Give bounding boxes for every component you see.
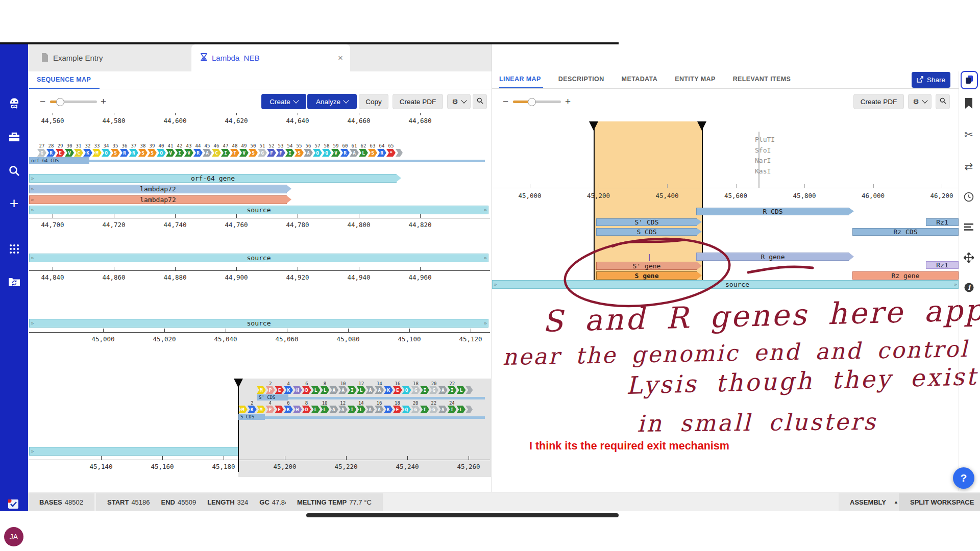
help-button[interactable]: ? bbox=[953, 467, 974, 489]
bases-status: BASES48502 bbox=[28, 493, 94, 511]
history-clock-icon[interactable] bbox=[960, 192, 978, 204]
melting-temp-status: MELTING TEMP77.7 °C bbox=[286, 493, 383, 511]
typed-note: I think its the required exit mechanism bbox=[529, 440, 729, 453]
info-icon[interactable]: i bbox=[960, 283, 978, 294]
scissors-icon[interactable]: ✂ bbox=[960, 129, 978, 141]
triangle-up-icon: ▲ bbox=[894, 499, 898, 505]
divider bbox=[959, 71, 959, 491]
ink-underline bbox=[748, 267, 813, 272]
handwriting-strokes bbox=[0, 0, 980, 551]
move-icon[interactable] bbox=[960, 253, 978, 265]
copy-entity-button[interactable] bbox=[961, 71, 978, 89]
selection-status: START45186 END45509 LENGTH324 GC47.84% bbox=[96, 493, 306, 511]
swap-icon[interactable]: ⇄ bbox=[960, 160, 978, 172]
bookmark-icon[interactable] bbox=[960, 98, 978, 111]
ink-squiggle bbox=[612, 240, 685, 246]
align-left-icon[interactable] bbox=[960, 223, 978, 233]
application-window: + JA Example Entry Lambda_NEB × SEQUENCE… bbox=[0, 0, 980, 551]
status-bar: BASES48502 START45186 END45509 LENGTH324… bbox=[28, 492, 980, 511]
horizontal-scrollbar[interactable] bbox=[306, 513, 619, 517]
split-workspace-button[interactable]: SPLIT WORKSPACE bbox=[899, 493, 980, 511]
handwritten-line: in small clusters bbox=[637, 408, 877, 437]
